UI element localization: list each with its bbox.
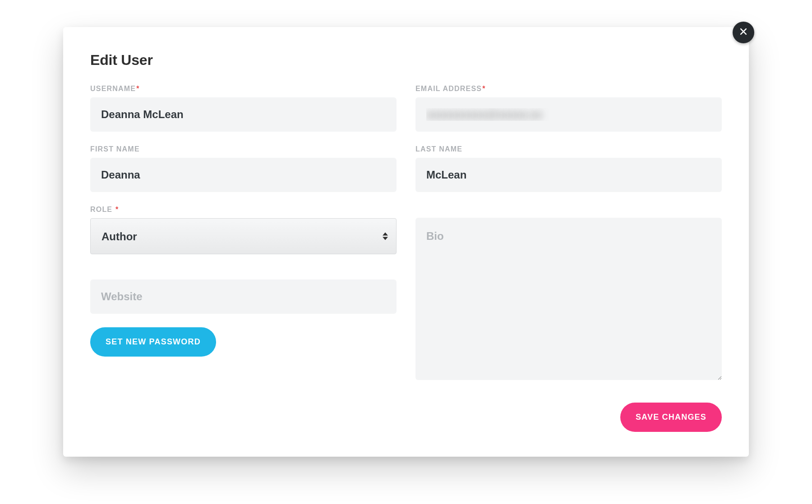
role-label: ROLE * [90,206,397,214]
role-field: ROLE * Author [90,206,397,254]
set-new-password-button[interactable]: SET NEW PASSWORD [90,327,216,357]
username-field: USERNAME* [90,85,397,132]
email-label-text: EMAIL ADDRESS [415,85,482,92]
edit-user-modal: Edit User USERNAME* EMAIL ADDRESS* [63,27,749,457]
email-label: EMAIL ADDRESS* [415,85,722,93]
username-label-text: USERNAME [90,85,136,92]
first-name-field: FIRST NAME [90,145,397,192]
left-column-bottom: ROLE * Author [90,206,397,394]
bio-field [415,206,722,380]
username-label: USERNAME* [90,85,397,93]
username-input[interactable] [90,97,397,132]
email-field: EMAIL ADDRESS* [415,85,722,132]
required-marker: * [115,206,119,213]
last-name-field: LAST NAME [415,145,722,192]
modal-footer: SAVE CHANGES [90,403,722,432]
role-select[interactable]: Author [91,219,396,254]
email-input[interactable] [415,97,722,132]
close-button[interactable] [733,22,754,43]
required-marker: * [482,85,485,92]
required-marker: * [136,85,139,92]
first-name-label: FIRST NAME [90,145,397,153]
modal-title: Edit User [90,52,722,69]
role-label-text: ROLE [90,206,112,213]
website-field [90,279,397,314]
website-input[interactable] [90,279,397,314]
first-name-input[interactable] [90,158,397,192]
bio-textarea[interactable] [415,218,722,380]
role-select-wrap: Author [90,218,397,254]
close-icon [739,27,748,38]
save-changes-button[interactable]: SAVE CHANGES [620,403,722,432]
last-name-label: LAST NAME [415,145,722,153]
last-name-input[interactable] [415,158,722,192]
